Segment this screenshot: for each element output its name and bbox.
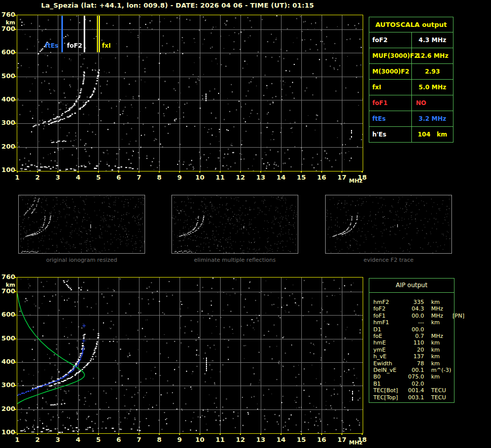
- aip-row-extra: [450, 326, 454, 333]
- caption-f2-trace: evidence F2 trace: [325, 257, 452, 263]
- x-tick-11-chart1: 11: [216, 436, 225, 443]
- aip-row-label: foF1: [369, 313, 401, 319]
- x-ticknub: [17, 433, 18, 435]
- aip-row-extra: [450, 319, 454, 326]
- station-title: La_Spezia (lat: +44.1, lon: 009.8) - DAT…: [0, 2, 355, 9]
- x-tick-3-chart1: 3: [55, 436, 60, 443]
- aip-row-hmE: hmE110km: [369, 339, 454, 346]
- ionogram-main-chart: [17, 15, 363, 171]
- y-ticknub: [14, 99, 16, 100]
- aip-row-extra: [450, 339, 454, 346]
- x-ticknub: [98, 171, 99, 173]
- x-ticknub: [280, 171, 282, 173]
- aip-row-extra: [450, 305, 454, 312]
- x-tick-13-chart1: 13: [256, 436, 265, 443]
- y-ticknub: [14, 147, 16, 148]
- x-tick-18-chart1: 18: [358, 436, 367, 443]
- x-ticknub: [159, 433, 160, 435]
- x-tick-11-chart0: 11: [216, 174, 225, 181]
- y-tick-500-chart0: 500: [0, 72, 15, 80]
- y-tick-200-chart0: 200: [0, 143, 15, 150]
- x-tick-8-chart0: 8: [157, 174, 161, 181]
- y-ticknub: [14, 277, 16, 278]
- y-ticknub: [14, 76, 16, 77]
- x-ticknub: [301, 171, 302, 173]
- thumbnail-no-reflections: [171, 195, 298, 254]
- x-ticknub: [362, 433, 363, 435]
- x-ticknub: [138, 433, 139, 435]
- autoscala-row-MUF(3000)F2: MUF(3000)F212.6 MHz: [369, 48, 453, 64]
- aip-row-extra: [450, 381, 454, 387]
- aip-table-header: AIP output: [369, 279, 454, 293]
- x-ticknub: [199, 433, 200, 435]
- aip-row-value: 003.1: [401, 394, 424, 401]
- x-tick-10-chart0: 10: [195, 174, 204, 181]
- aip-row-label: D1: [369, 326, 401, 333]
- aip-row-value: 0.7: [401, 333, 424, 339]
- aip-row-value: 00.1: [401, 367, 424, 373]
- aip-row-TEC[Top]: TEC[Top]003.1TECU: [369, 394, 454, 401]
- aip-row-Ewidth: Ewidth78km: [369, 360, 454, 367]
- x-ticknub: [341, 433, 342, 435]
- x-ticknub: [260, 171, 261, 173]
- aip-row-unit: TECU: [424, 387, 450, 394]
- aip-row-unit: km: [424, 360, 450, 367]
- x-ticknub: [37, 433, 38, 435]
- aip-row-unit: km: [424, 353, 450, 360]
- aip-row-value: 137: [401, 353, 424, 360]
- aip-row-extra: [450, 347, 454, 353]
- x-ticknub: [138, 171, 139, 173]
- aip-row-D1: D100.0: [369, 326, 454, 333]
- y-ticknub: [14, 338, 16, 339]
- autoscala-row-label: M(3000)F2: [369, 64, 412, 79]
- x-tick-14-chart1: 14: [276, 436, 286, 443]
- y-ticknub: [14, 170, 16, 171]
- aip-row-label: foE: [369, 333, 401, 339]
- x-tick-18-chart0: 18: [358, 174, 367, 181]
- aip-row-label: hmF2: [369, 299, 401, 305]
- x-tick-7-chart0: 7: [136, 174, 141, 181]
- aip-row-DelN_vE: DelN_vE00.1m^(-3): [369, 367, 454, 373]
- x-ticknub: [260, 433, 261, 435]
- autoscala-row-value: 5.0 MHz: [412, 80, 453, 95]
- aip-row-extra: [450, 387, 454, 394]
- aip-row-label: hmF1: [369, 319, 401, 326]
- x-ticknub: [17, 171, 18, 173]
- autoscala-row-label: MUF(3000)F2: [369, 48, 412, 63]
- aip-row-extra: [450, 333, 454, 339]
- aip-row-ymE: ymE20km: [369, 347, 454, 353]
- caption-original-ionogram: original ionogram resized: [18, 257, 145, 263]
- x-ticknub: [57, 433, 58, 435]
- x-ticknub: [98, 433, 99, 435]
- aip-row-unit: km: [424, 373, 450, 380]
- x-tick-10-chart1: 10: [195, 436, 204, 443]
- y-tick-500-chart1: 500: [0, 334, 15, 342]
- x-tick-13-chart0: 13: [256, 174, 265, 181]
- x-ticknub: [78, 171, 79, 173]
- autoscala-table-header: AUTOSCALA output: [369, 17, 453, 32]
- aip-row-value: 001.4: [401, 387, 424, 394]
- y-ticknub: [14, 123, 16, 124]
- aip-row-foE: foE0.7MHz: [369, 333, 454, 339]
- aip-row-label: DelN_vE: [369, 367, 401, 373]
- x-tick-4-chart1: 4: [76, 436, 80, 443]
- x-ticknub: [240, 171, 241, 173]
- y-tick-760-chart1: 760: [0, 273, 15, 281]
- aip-row-value: 335: [401, 299, 424, 305]
- y-tick-100-chart1: 100: [0, 428, 15, 436]
- y-tick-700-chart1: 700: [0, 287, 15, 295]
- x-ticknub: [220, 433, 221, 435]
- x-tick-16-chart0: 16: [317, 174, 326, 181]
- y-tick-100-chart0: 100: [0, 166, 15, 174]
- ionogram-main-canvas: [17, 15, 363, 171]
- x-tick-17-chart1: 17: [337, 436, 346, 443]
- aip-row-unit: km: [424, 299, 450, 305]
- autoscala-row-fxI: fxI5.0 MHz: [369, 80, 453, 95]
- aip-row-value: 02.0: [401, 381, 424, 387]
- y-ticknub: [14, 29, 16, 30]
- aip-row-value: ---: [401, 319, 424, 326]
- autoscala-row-value: 104 km: [412, 127, 453, 142]
- aip-row-unit: km: [424, 339, 450, 346]
- x-tick-3-chart0: 3: [55, 174, 60, 181]
- x-ticknub: [321, 171, 322, 173]
